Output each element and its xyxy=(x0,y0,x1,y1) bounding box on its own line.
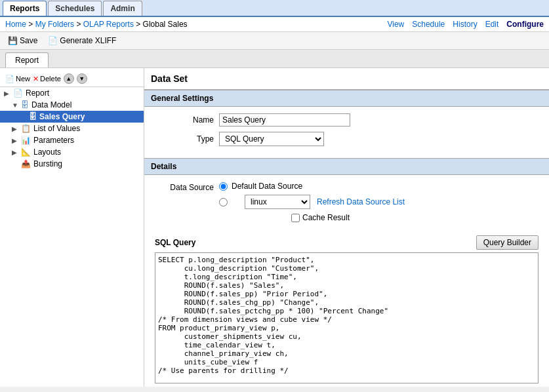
refresh-datasource-link[interactable]: Refresh Data Source List xyxy=(317,197,405,206)
breadcrumb-home[interactable]: Home xyxy=(5,20,26,29)
custom-datasource-radio[interactable] xyxy=(219,198,228,206)
sidebar-item-layouts[interactable]: ▶ 📐 Layouts xyxy=(0,146,144,158)
parameters-icon: 📊 xyxy=(21,136,31,145)
action-view[interactable]: View xyxy=(387,20,404,29)
nav-up-button[interactable]: ▲ xyxy=(64,73,74,84)
datasource-select[interactable]: linux Default xyxy=(245,195,310,209)
generate-xliff-button[interactable]: 📄 Generate XLIFF xyxy=(45,35,119,47)
new-icon: 📄 xyxy=(5,75,14,83)
breadcrumb-olap-reports[interactable]: OLAP Reports xyxy=(83,20,134,29)
action-edit[interactable]: Edit xyxy=(485,20,499,29)
sql-query-label: SQL Query xyxy=(155,238,195,247)
save-button[interactable]: 💾 Save xyxy=(5,35,40,47)
expand-icon-report: ▶ xyxy=(4,90,10,97)
details-header: Details xyxy=(144,158,549,175)
delete-icon: ✕ xyxy=(33,75,39,83)
tab-admin[interactable]: Admin xyxy=(103,1,142,16)
dataset-title: Data Set xyxy=(144,68,549,90)
generate-xliff-label: Generate XLIFF xyxy=(60,36,116,45)
delete-label: Delete xyxy=(40,75,61,83)
new-label: New xyxy=(16,75,30,83)
sidebar-label-report: Report xyxy=(26,88,49,98)
right-content: Data Set General Settings Name Type SQL … xyxy=(144,68,549,387)
sidebar-item-report[interactable]: ▶ 📄 Report xyxy=(0,87,144,99)
report-icon: 📄 xyxy=(13,88,23,98)
sidebar-label-bursting: Bursting xyxy=(33,159,62,168)
sidebar-item-sales-query[interactable]: 🗄 Sales Query xyxy=(0,111,144,123)
type-label: Type xyxy=(155,134,214,144)
expand-icon-data-model: ▼ xyxy=(12,102,18,109)
nav-down-button[interactable]: ▼ xyxy=(77,73,87,84)
data-model-icon: 🗄 xyxy=(21,100,29,109)
action-schedule[interactable]: Schedule xyxy=(412,20,445,29)
sidebar-item-parameters[interactable]: ▶ 📊 Parameters xyxy=(0,134,144,146)
action-configure[interactable]: Configure xyxy=(506,20,544,29)
action-history[interactable]: History xyxy=(453,20,477,29)
save-label: Save xyxy=(20,36,37,45)
default-datasource-radio[interactable] xyxy=(219,182,228,191)
expand-icon-sales-query xyxy=(20,113,26,121)
sidebar-item-bursting[interactable]: 📤 Bursting xyxy=(0,158,144,170)
sidebar-label-layouts: Layouts xyxy=(33,147,61,157)
tab-reports[interactable]: Reports xyxy=(3,1,47,16)
sub-tab-report[interactable]: Report xyxy=(5,52,49,68)
default-datasource-label: Default Data Source xyxy=(232,182,302,191)
sidebar-label-sales-query: Sales Query xyxy=(39,112,85,121)
sidebar-toolbar: 📄 New ✕ Delete ▲ ▼ xyxy=(0,71,144,87)
sidebar-label-parameters: Parameters xyxy=(33,136,74,145)
sql-textarea[interactable] xyxy=(155,252,539,383)
expand-icon-layouts: ▶ xyxy=(12,149,18,156)
sidebar-label-data-model: Data Model xyxy=(31,100,71,109)
bursting-icon: 📤 xyxy=(21,159,31,168)
sales-query-icon: 🗄 xyxy=(29,112,37,121)
list-of-values-icon: 📋 xyxy=(21,124,31,133)
expand-icon-bursting xyxy=(12,161,18,168)
expand-icon-parameters: ▶ xyxy=(12,137,18,144)
datasource-label: Data Source xyxy=(155,182,214,192)
layouts-icon: 📐 xyxy=(21,147,31,157)
new-button[interactable]: 📄 New xyxy=(5,75,30,83)
breadcrumb: Home > My Folders > OLAP Reports > Globa… xyxy=(5,20,188,29)
expand-icon-list-of-values: ▶ xyxy=(12,125,18,132)
xliff-icon: 📄 xyxy=(48,36,58,45)
name-input[interactable] xyxy=(219,113,350,127)
cache-result-label: Cache Result xyxy=(302,213,350,222)
name-label: Name xyxy=(155,115,214,125)
tab-schedules[interactable]: Schedules xyxy=(48,1,102,16)
breadcrumb-my-folders[interactable]: My Folders xyxy=(35,20,74,29)
type-select[interactable]: SQL Query MDX Query Oracle BI EE xyxy=(219,132,324,146)
sidebar-item-data-model[interactable]: ▼ 🗄 Data Model xyxy=(0,99,144,111)
delete-button[interactable]: ✕ Delete xyxy=(33,75,61,83)
cache-result-checkbox[interactable] xyxy=(291,214,300,222)
query-builder-button[interactable]: Query Builder xyxy=(476,235,539,250)
save-icon: 💾 xyxy=(8,36,18,45)
breadcrumb-global-sales: Global Sales xyxy=(143,20,188,29)
sidebar-item-list-of-values[interactable]: ▶ 📋 List of Values xyxy=(0,123,144,134)
general-settings-header: General Settings xyxy=(144,90,549,107)
sidebar-label-list-of-values: List of Values xyxy=(33,124,80,133)
